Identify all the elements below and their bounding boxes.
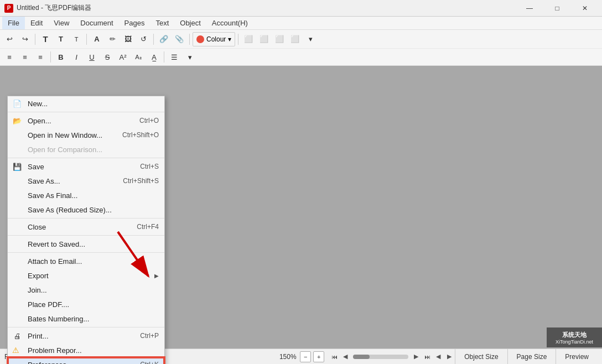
toolbar-text-t3[interactable]: T xyxy=(69,32,84,46)
toolbar-italic[interactable]: I xyxy=(69,50,84,64)
menu-item-save-final-label: Save As Final... xyxy=(28,191,77,200)
toolbar-align-right[interactable]: ≡ xyxy=(33,50,48,64)
menu-item-place-pdf-label: Place PDF.... xyxy=(28,300,69,309)
menu-account[interactable]: Account(H) xyxy=(206,17,253,29)
menu-item-attach-email-label: Attach to Email... xyxy=(28,257,82,266)
menu-item-preferences[interactable]: Preferences... Ctrl+K xyxy=(8,357,164,364)
toolbar-align-left[interactable]: ≡ xyxy=(2,50,17,64)
menu-item-new[interactable]: 📄 New... xyxy=(8,96,164,111)
menu-item-save-final[interactable]: Save As Final... xyxy=(8,188,164,202)
menu-item-open[interactable]: 📂 Open... Ctrl+O xyxy=(8,113,164,128)
watermark-line2: XiTongTianDi.net xyxy=(556,339,593,345)
menu-pages[interactable]: Pages xyxy=(119,17,150,29)
menu-item-save-as[interactable]: Save As... Ctrl+Shift+S xyxy=(8,174,164,188)
file-dropdown-menu: 📄 New... 📂 Open... Ctrl+O Open in New Wi… xyxy=(7,96,165,364)
toolbar-btn-r1[interactable]: ⬜ xyxy=(241,32,256,46)
toolbar-list-dropdown[interactable]: ▾ xyxy=(183,50,197,64)
zoom-in-button[interactable]: + xyxy=(313,351,324,362)
menu-text[interactable]: Text xyxy=(150,17,174,29)
toolbar-btn-refresh[interactable]: ↺ xyxy=(136,32,150,46)
toolbar-btn-r3[interactable]: ⬜ xyxy=(272,32,287,46)
menu-object[interactable]: Object xyxy=(174,17,206,29)
zoom-controls: 150% − + xyxy=(278,351,324,362)
toolbar-text-t1[interactable]: T xyxy=(38,32,53,46)
save-icon: 💾 xyxy=(12,162,22,171)
toolbar-underline[interactable]: U xyxy=(85,50,99,64)
preferences-shortcut: Ctrl+K xyxy=(140,361,159,364)
menu-item-open-comparison[interactable]: Open for Comparison... xyxy=(8,142,164,157)
toolbar-area: ↩ ↪ T T T A ✏ 🖼 ↺ 🔗 📎 Colour ▾ ⬜ ⬜ ⬜ xyxy=(0,30,602,66)
preview-section: Preview xyxy=(556,349,598,364)
zoom-value: 150% xyxy=(278,353,298,361)
toolbar-row1: ↩ ↪ T T T A ✏ 🖼 ↺ 🔗 📎 Colour ▾ ⬜ ⬜ ⬜ xyxy=(0,30,602,49)
toolbar-highlight[interactable]: A̲ xyxy=(147,50,161,64)
toolbar-btn-image[interactable]: 🖼 xyxy=(121,32,135,46)
menu-item-open-new-window[interactable]: Open in New Window... Ctrl+Shift+O xyxy=(8,128,164,142)
colour-button[interactable]: Colour ▾ xyxy=(193,32,235,46)
menu-item-revert[interactable]: Revert to Saved... xyxy=(8,237,164,251)
menu-view[interactable]: View xyxy=(48,17,75,29)
open-shortcut: Ctrl+O xyxy=(139,117,159,124)
toolbar-btn-edit[interactable]: ✏ xyxy=(105,32,120,46)
separator-new xyxy=(8,112,164,112)
save-as-shortcut: Ctrl+Shift+S xyxy=(123,177,159,185)
toolbar-btn-r4[interactable]: ⬜ xyxy=(288,32,302,46)
separator-close xyxy=(8,235,164,236)
page-size-section: Page Size xyxy=(507,349,556,364)
menu-document[interactable]: Document xyxy=(75,17,118,29)
menu-item-close-label: Close xyxy=(28,223,46,231)
toolbar-btn-r2[interactable]: ⬜ xyxy=(257,32,271,46)
close-button[interactable]: ✕ xyxy=(572,0,598,17)
nav-last-button[interactable]: ⏭ xyxy=(422,351,433,362)
maximize-button[interactable]: □ xyxy=(544,0,570,17)
menu-item-save[interactable]: 💾 Save Ctrl+S xyxy=(8,159,164,174)
toolbar-list[interactable]: ☰ xyxy=(167,50,181,64)
menu-item-join-label: Join... xyxy=(28,286,47,294)
menu-item-close[interactable]: Close Ctrl+F4 xyxy=(8,220,164,234)
toolbar-superscript[interactable]: A² xyxy=(116,50,130,64)
menu-item-problem-report[interactable]: ⚠ Problem Repor... xyxy=(8,343,164,357)
print-icon: 🖨 xyxy=(12,331,22,341)
save-shortcut: Ctrl+S xyxy=(140,163,159,170)
menu-item-attach-email[interactable]: Attach to Email... xyxy=(8,254,164,268)
toolbar-undo[interactable]: ↩ xyxy=(2,32,17,46)
menu-item-join[interactable]: Join... xyxy=(8,283,164,297)
toolbar-btn-link[interactable]: 🔗 xyxy=(157,32,171,46)
menu-item-place-pdf[interactable]: Place PDF.... xyxy=(8,297,164,311)
colour-dropdown-icon: ▾ xyxy=(228,35,231,43)
toolbar-btn-annot[interactable]: 📎 xyxy=(172,32,186,46)
page-slider[interactable] xyxy=(353,355,408,359)
separator3 xyxy=(153,34,154,45)
toolbar-subscript[interactable]: A₂ xyxy=(131,50,146,64)
open-new-window-shortcut: Ctrl+Shift+O xyxy=(122,131,159,139)
nav-prev-button[interactable]: ◀ xyxy=(340,351,351,362)
separator-bates xyxy=(8,327,164,327)
watermark: 系统天地 XiTongTianDi.net xyxy=(547,327,602,347)
menu-item-save-reduced[interactable]: Save As (Reduced Size)... xyxy=(8,202,164,217)
nav-forward-button[interactable]: ▶ xyxy=(444,351,455,362)
menu-item-print-label: Print... xyxy=(28,332,49,340)
nav-next-button[interactable]: ▶ xyxy=(411,351,422,362)
menu-item-open-comparison-label: Open for Comparison... xyxy=(28,145,102,154)
menu-edit[interactable]: Edit xyxy=(25,17,48,29)
toolbar-row2: ≡ ≡ ≡ B I U S A² A₂ A̲ ☰ ▾ xyxy=(0,49,602,65)
separator4 xyxy=(189,34,190,45)
toolbar-bold[interactable]: B xyxy=(54,50,68,64)
nav-first-button[interactable]: ⏮ xyxy=(329,351,340,362)
minimize-button[interactable]: — xyxy=(517,0,542,17)
toolbar-dropdown-r[interactable]: ▾ xyxy=(303,32,318,46)
separator1 xyxy=(35,34,35,45)
nav-back-button[interactable]: ◀ xyxy=(433,351,444,362)
toolbar-align-center[interactable]: ≡ xyxy=(18,50,32,64)
menu-item-save-label: Save xyxy=(28,163,44,171)
warning-icon: ⚠ xyxy=(12,346,19,355)
zoom-out-button[interactable]: − xyxy=(300,351,311,362)
toolbar-redo[interactable]: ↪ xyxy=(18,32,32,46)
toolbar-strikethrough[interactable]: S xyxy=(100,50,115,64)
menu-file[interactable]: File xyxy=(2,17,25,29)
toolbar-text-t2[interactable]: T xyxy=(54,32,68,46)
menu-item-print[interactable]: 🖨 Print... Ctrl+P xyxy=(8,329,164,343)
menu-item-export[interactable]: Export ▶ xyxy=(8,268,164,283)
menu-item-bates[interactable]: Bates Numbering... xyxy=(8,311,164,326)
toolbar-btn-a[interactable]: A xyxy=(90,32,104,46)
